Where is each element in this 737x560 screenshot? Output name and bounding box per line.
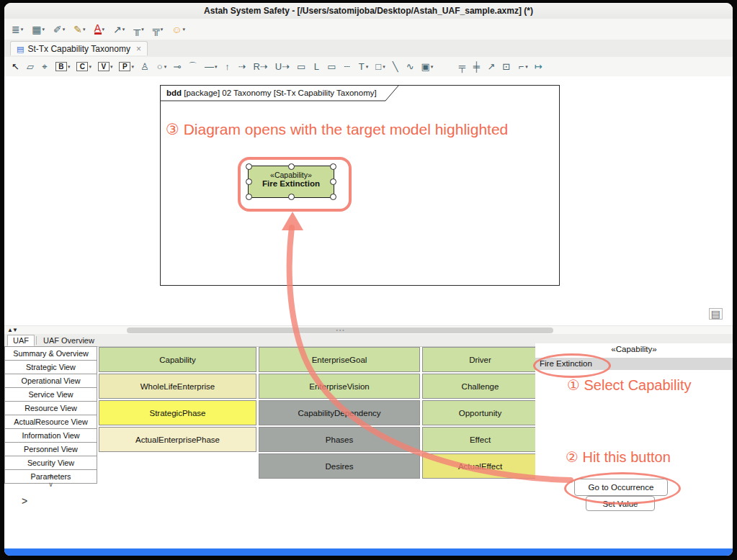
line-style-icon[interactable]: ≣ ▾	[12, 24, 23, 35]
interface-tool-icon[interactable]: ⊸	[173, 61, 182, 72]
view-personnel[interactable]: Personnel View	[4, 442, 97, 456]
horizontal-scrollbar[interactable]: ⋯	[127, 328, 553, 333]
note-tool-icon[interactable]: ▭	[327, 61, 336, 72]
line-tool-icon[interactable]: — ▾	[205, 61, 218, 72]
socket-tool-icon[interactable]: ⌒	[188, 60, 198, 73]
text-tool-icon[interactable]: T ▾	[358, 61, 369, 72]
diagram-toolbar: ↖ ▱ ⌖ B ▾ C ▾ V ▾ P ▾ ♙	[4, 57, 733, 77]
tool-glyph: ⌖	[41, 61, 48, 73]
expand-panel-icon[interactable]: >	[22, 495, 27, 507]
dropdown-caret-icon[interactable]: ▾	[164, 64, 167, 70]
bring-front-icon[interactable]: ↗	[487, 61, 496, 72]
diagram-tab-label: St-Tx Capability Taxonomy	[27, 44, 130, 54]
dropdown-caret-icon[interactable]: ▾	[383, 64, 385, 70]
pointer-tool-icon[interactable]: ↖	[12, 61, 20, 72]
close-tab-icon[interactable]: ×	[136, 44, 141, 54]
cell-effect[interactable]: Effect	[422, 427, 538, 452]
connector-icon[interactable]: ↗ ▾	[113, 24, 125, 35]
dropdown-caret-icon[interactable]: ▾	[68, 64, 71, 70]
font-color-icon[interactable]: A ▾	[94, 24, 105, 35]
dropdown-caret-icon[interactable]: ▾	[431, 64, 434, 70]
dropdown-caret-icon[interactable]: ▾	[83, 27, 86, 32]
splitter-collapse-icon[interactable]: ▲▼	[7, 327, 17, 333]
view-information[interactable]: Information View	[4, 428, 97, 443]
brush-icon[interactable]: ✐ ▾	[53, 24, 65, 35]
cell-phases[interactable]: Phases	[259, 427, 420, 452]
tool-glyph: ⊸	[173, 61, 181, 72]
dropdown-caret-icon[interactable]: ▾	[141, 27, 144, 32]
tab-uaf-overview[interactable]: UAF Overview	[38, 335, 99, 346]
diagonal-line-tool-icon[interactable]: ╲	[392, 61, 400, 72]
highlighter-icon[interactable]: ✎ ▾	[73, 24, 85, 35]
dropdown-caret-icon[interactable]: ▾	[110, 64, 113, 70]
block-tool-icon[interactable]: B ▾	[55, 62, 71, 71]
cell-enterprisegoal[interactable]: EnterpriseGoal	[259, 347, 420, 372]
cell-opportunity[interactable]: Opportunity	[422, 400, 538, 425]
realization-tool-icon[interactable]: R⇢	[253, 61, 268, 72]
hierarchy-icon[interactable]: ╥ ▾	[133, 24, 144, 35]
lasso-tool-icon[interactable]: ▱	[27, 61, 35, 72]
grid-cell-label: Desires	[326, 462, 354, 471]
diagram-map-icon[interactable]: ▤	[709, 308, 723, 320]
shape-tool-icon[interactable]: □ ▾	[375, 61, 385, 72]
dropdown-caret-icon[interactable]: ▾	[215, 64, 218, 70]
dropdown-caret-icon[interactable]: ▾	[525, 64, 528, 70]
dropdown-caret-icon[interactable]: ▾	[183, 27, 186, 32]
curve-tool-icon[interactable]: ∿	[406, 61, 415, 72]
dashed-line-tool-icon[interactable]: ┄	[344, 61, 352, 72]
diagram-canvas[interactable]: bdd [package] 02 Taxonomy [St-Tx Capabil…	[4, 76, 733, 325]
cell-enterprisevision[interactable]: EnterpriseVision	[259, 374, 420, 399]
table-icon[interactable]: ▦ ▾	[32, 24, 45, 35]
view-scroll-up-icon[interactable]: ∧	[4, 472, 97, 479]
view-strategic[interactable]: Strategic View	[4, 360, 97, 374]
value-type-tool-icon[interactable]: V ▾	[98, 62, 113, 71]
cell-driver[interactable]: Driver	[422, 347, 538, 372]
center-view-icon[interactable]: ⊡	[502, 61, 511, 72]
dropdown-caret-icon[interactable]: ▾	[42, 27, 45, 32]
dropdown-caret-icon[interactable]: ▾	[122, 27, 125, 32]
cell-strategicphase[interactable]: StrategicPhase	[99, 400, 256, 425]
view-summary-overview[interactable]: Summary & Overview	[4, 346, 97, 361]
port-tool-icon[interactable]: ○ ▾	[156, 61, 167, 72]
emoji-icon[interactable]: ☺ ▾	[171, 24, 185, 35]
cell-capabilitydependency[interactable]: CapabilityDependency	[259, 400, 420, 425]
cell-challenge[interactable]: Challenge	[422, 374, 538, 399]
package-tool-icon[interactable]: P ▾	[119, 62, 134, 71]
view-security[interactable]: Security View	[4, 456, 97, 470]
view-actualresource[interactable]: ActualResource View	[4, 415, 97, 429]
view-scroll-down-icon[interactable]: ∨	[4, 481, 97, 488]
constraint-block-tool-icon[interactable]: C ▾	[76, 62, 91, 71]
tab-st-tx-capability-taxonomy[interactable]: ▤ St-Tx Capability Taxonomy ×	[10, 41, 148, 55]
actor-tool-icon[interactable]: ♙	[140, 61, 150, 72]
cell-desires[interactable]: Desires	[259, 453, 420, 479]
view-operational[interactable]: Operational View	[4, 374, 97, 388]
dropdown-caret-icon[interactable]: ▾	[366, 64, 369, 70]
dropdown-caret-icon[interactable]: ▾	[21, 27, 24, 32]
generalization-tool-icon[interactable]: ↑	[224, 61, 232, 72]
dropdown-caret-icon[interactable]: ▾	[102, 27, 105, 32]
grid-cell-label: WholeLifeEnterprise	[140, 382, 215, 391]
rectangle-tool-icon[interactable]: ▭	[297, 61, 306, 72]
indent-icon[interactable]: ↦	[535, 61, 543, 72]
grid-cell-label: Effect	[470, 435, 491, 444]
tab-uaf[interactable]: UAF	[7, 335, 35, 346]
corner-style-icon[interactable]: ⌐ ▾	[517, 61, 528, 72]
dropdown-caret-icon[interactable]: ▾	[161, 27, 164, 32]
l-line-tool-icon[interactable]: L	[313, 61, 321, 72]
cell-capability[interactable]: Capability	[99, 347, 256, 372]
cell-wholelifeenterprise[interactable]: WholeLifeEnterprise	[99, 374, 256, 399]
view-service[interactable]: Service View	[4, 387, 97, 402]
dropdown-caret-icon[interactable]: ▾	[89, 64, 91, 70]
anchor-tool-icon[interactable]: ⌖	[41, 61, 49, 73]
cell-actualenterprisephase[interactable]: ActualEnterprisePhase	[99, 427, 256, 452]
structure-tree-icon[interactable]: ╦ ▾	[153, 24, 164, 35]
dropdown-caret-icon[interactable]: ▾	[63, 27, 66, 32]
cell-actualeffect[interactable]: ActualEffect	[422, 453, 538, 479]
view-resource[interactable]: Resource View	[4, 401, 97, 415]
usage-tool-icon[interactable]: U⇢	[275, 61, 290, 72]
align-middle-icon[interactable]: ╪	[473, 61, 481, 72]
dependency-tool-icon[interactable]: ⇢	[238, 61, 247, 72]
dropdown-caret-icon[interactable]: ▾	[131, 64, 134, 70]
align-top-icon[interactable]: ╤	[458, 61, 466, 72]
image-tool-icon[interactable]: ▣ ▾	[421, 61, 434, 72]
